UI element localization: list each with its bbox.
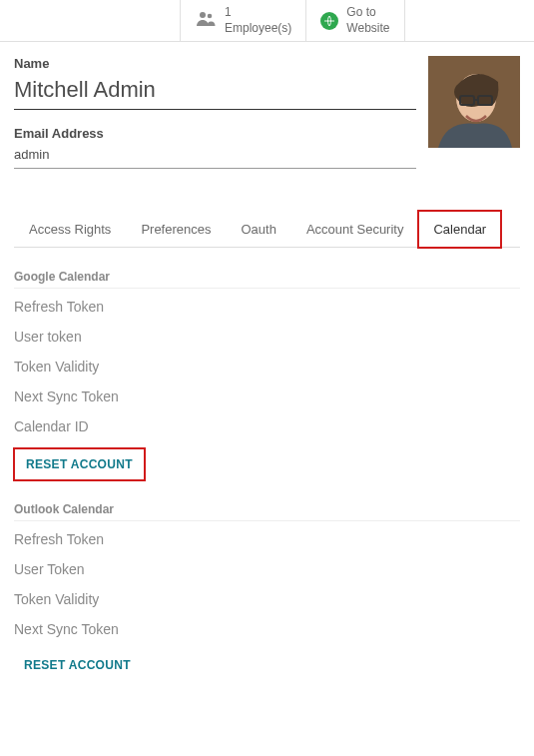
website-text: Go to Website: [346, 5, 389, 36]
globe-icon: [320, 12, 338, 30]
content: Name Email Address Access RightsPreferen…: [0, 42, 534, 693]
employees-button[interactable]: 1 Employee(s): [180, 0, 305, 41]
email-label: Email Address: [14, 126, 416, 141]
section-title: Google Calendar: [14, 270, 520, 289]
reset-account-button[interactable]: RESET ACCOUNT: [16, 450, 143, 478]
topbar-spacer: [0, 0, 180, 41]
tab-calendar[interactable]: Calendar: [418, 211, 501, 248]
goto-website-button[interactable]: Go to Website: [305, 0, 404, 41]
field-label: Next Sync Token: [14, 378, 520, 408]
field-label: Refresh Token: [14, 289, 520, 319]
field-label: Refresh Token: [14, 521, 520, 551]
employees-label: Employee(s): [225, 21, 291, 37]
reset-account-button[interactable]: RESET ACCOUNT: [14, 651, 141, 679]
reset-wrap: RESET ACCOUNT: [14, 651, 141, 679]
email-input[interactable]: [14, 143, 416, 169]
field-label: User Token: [14, 551, 520, 581]
website-line1: Go to: [346, 5, 389, 21]
name-input[interactable]: [14, 73, 416, 110]
field-label: Token Validity: [14, 349, 520, 378]
employees-text: 1 Employee(s): [225, 5, 291, 36]
field-label: Token Validity: [14, 581, 520, 611]
reset-wrap: RESET ACCOUNT: [14, 448, 145, 480]
tabs: Access RightsPreferencesOauthAccount Sec…: [14, 211, 520, 248]
employees-icon: [195, 11, 217, 30]
tab-preferences[interactable]: Preferences: [126, 211, 226, 248]
name-label: Name: [14, 56, 416, 71]
website-line2: Website: [346, 21, 389, 37]
tab-access-rights[interactable]: Access Rights: [14, 211, 126, 248]
email-section: Email Address: [14, 126, 416, 169]
field-label: Calendar ID: [14, 408, 520, 438]
svg-point-1: [208, 14, 213, 19]
header-row: Name Email Address: [14, 56, 520, 169]
header-left: Name Email Address: [14, 56, 428, 169]
avatar[interactable]: [428, 56, 520, 148]
section-title: Outlook Calendar: [14, 502, 520, 521]
sections: Google CalendarRefresh TokenUser tokenTo…: [14, 270, 520, 679]
svg-point-0: [200, 12, 206, 18]
tab-oauth[interactable]: Oauth: [226, 211, 290, 248]
field-label: User token: [14, 319, 520, 349]
tab-account-security[interactable]: Account Security: [291, 211, 419, 248]
topbar: 1 Employee(s) Go to Website: [0, 0, 534, 42]
employees-count: 1: [225, 5, 291, 21]
field-label: Next Sync Token: [14, 611, 520, 641]
